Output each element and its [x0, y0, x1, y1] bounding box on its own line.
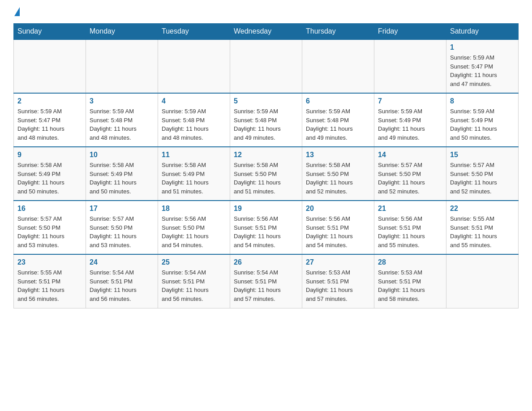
day-info: Sunrise: 5:57 AMSunset: 5:50 PMDaylight:… [450, 161, 515, 196]
calendar-cell: 18Sunrise: 5:56 AMSunset: 5:50 PMDayligh… [158, 201, 230, 254]
week-row-1: 1Sunrise: 5:59 AMSunset: 5:47 PMDaylight… [14, 39, 519, 93]
day-info: Sunrise: 5:59 AMSunset: 5:48 PMDaylight:… [162, 107, 226, 142]
week-row-3: 9Sunrise: 5:58 AMSunset: 5:49 PMDaylight… [14, 147, 519, 201]
calendar-cell: 16Sunrise: 5:57 AMSunset: 5:50 PMDayligh… [14, 201, 86, 254]
day-info: Sunrise: 5:59 AMSunset: 5:49 PMDaylight:… [378, 107, 442, 142]
day-info: Sunrise: 5:57 AMSunset: 5:50 PMDaylight:… [90, 214, 154, 249]
day-number: 27 [306, 258, 370, 266]
day-number: 7 [378, 97, 442, 105]
day-header-wednesday: Wednesday [230, 24, 302, 40]
day-number: 11 [162, 151, 226, 159]
calendar-cell: 26Sunrise: 5:54 AMSunset: 5:51 PMDayligh… [230, 254, 302, 308]
calendar-cell: 15Sunrise: 5:57 AMSunset: 5:50 PMDayligh… [446, 147, 519, 201]
calendar-cell [302, 39, 374, 93]
calendar-cell [86, 39, 158, 93]
day-header-monday: Monday [86, 24, 158, 40]
day-number: 20 [306, 205, 370, 213]
calendar-cell: 3Sunrise: 5:59 AMSunset: 5:48 PMDaylight… [86, 93, 158, 147]
calendar-cell: 24Sunrise: 5:54 AMSunset: 5:51 PMDayligh… [86, 254, 158, 308]
calendar-cell: 6Sunrise: 5:59 AMSunset: 5:48 PMDaylight… [302, 93, 374, 147]
calendar-cell: 10Sunrise: 5:58 AMSunset: 5:49 PMDayligh… [86, 147, 158, 201]
logo [13, 9, 21, 16]
day-number: 23 [17, 258, 82, 266]
calendar-cell: 21Sunrise: 5:56 AMSunset: 5:51 PMDayligh… [374, 201, 446, 254]
calendar-cell: 2Sunrise: 5:59 AMSunset: 5:47 PMDaylight… [14, 93, 86, 147]
day-info: Sunrise: 5:54 AMSunset: 5:51 PMDaylight:… [234, 268, 298, 303]
day-info: Sunrise: 5:54 AMSunset: 5:51 PMDaylight:… [90, 268, 154, 303]
day-info: Sunrise: 5:55 AMSunset: 5:51 PMDaylight:… [17, 268, 82, 303]
day-number: 16 [17, 205, 82, 213]
day-info: Sunrise: 5:53 AMSunset: 5:51 PMDaylight:… [306, 268, 370, 303]
calendar-cell: 28Sunrise: 5:53 AMSunset: 5:51 PMDayligh… [374, 254, 446, 308]
day-number: 25 [162, 258, 226, 266]
day-info: Sunrise: 5:58 AMSunset: 5:49 PMDaylight:… [162, 161, 226, 196]
day-info: Sunrise: 5:54 AMSunset: 5:51 PMDaylight:… [162, 268, 226, 303]
day-header-thursday: Thursday [302, 24, 374, 40]
day-number: 9 [17, 151, 82, 159]
day-info: Sunrise: 5:58 AMSunset: 5:50 PMDaylight:… [234, 161, 298, 196]
day-number: 1 [450, 43, 515, 51]
day-info: Sunrise: 5:58 AMSunset: 5:50 PMDaylight:… [306, 161, 370, 196]
day-info: Sunrise: 5:58 AMSunset: 5:49 PMDaylight:… [17, 161, 82, 196]
day-info: Sunrise: 5:57 AMSunset: 5:50 PMDaylight:… [378, 161, 442, 196]
day-number: 2 [17, 97, 82, 105]
day-number: 12 [234, 151, 298, 159]
calendar-cell: 27Sunrise: 5:53 AMSunset: 5:51 PMDayligh… [302, 254, 374, 308]
calendar-cell: 13Sunrise: 5:58 AMSunset: 5:50 PMDayligh… [302, 147, 374, 201]
day-number: 8 [450, 97, 515, 105]
day-header-sunday: Sunday [14, 24, 86, 40]
week-row-4: 16Sunrise: 5:57 AMSunset: 5:50 PMDayligh… [14, 201, 519, 254]
day-number: 3 [90, 97, 154, 105]
day-number: 5 [234, 97, 298, 105]
day-number: 4 [162, 97, 226, 105]
header-row: SundayMondayTuesdayWednesdayThursdayFrid… [14, 24, 519, 40]
day-number: 14 [378, 151, 442, 159]
day-number: 22 [450, 205, 515, 213]
calendar-cell [446, 254, 519, 308]
day-info: Sunrise: 5:56 AMSunset: 5:50 PMDaylight:… [162, 214, 226, 249]
day-info: Sunrise: 5:56 AMSunset: 5:51 PMDaylight:… [234, 214, 298, 249]
day-info: Sunrise: 5:59 AMSunset: 5:48 PMDaylight:… [90, 107, 154, 142]
day-header-saturday: Saturday [446, 24, 519, 40]
day-info: Sunrise: 5:59 AMSunset: 5:48 PMDaylight:… [234, 107, 298, 142]
day-number: 10 [90, 151, 154, 159]
calendar-cell: 20Sunrise: 5:56 AMSunset: 5:51 PMDayligh… [302, 201, 374, 254]
calendar-cell: 17Sunrise: 5:57 AMSunset: 5:50 PMDayligh… [86, 201, 158, 254]
calendar-cell: 4Sunrise: 5:59 AMSunset: 5:48 PMDaylight… [158, 93, 230, 147]
day-info: Sunrise: 5:53 AMSunset: 5:51 PMDaylight:… [378, 268, 442, 303]
day-info: Sunrise: 5:58 AMSunset: 5:49 PMDaylight:… [90, 161, 154, 196]
page-header [13, 9, 519, 16]
day-info: Sunrise: 5:55 AMSunset: 5:51 PMDaylight:… [450, 214, 515, 249]
calendar-cell [158, 39, 230, 93]
calendar-cell: 22Sunrise: 5:55 AMSunset: 5:51 PMDayligh… [446, 201, 519, 254]
logo-text [13, 9, 21, 18]
day-info: Sunrise: 5:59 AMSunset: 5:47 PMDaylight:… [17, 107, 82, 142]
day-number: 13 [306, 151, 370, 159]
calendar-cell: 19Sunrise: 5:56 AMSunset: 5:51 PMDayligh… [230, 201, 302, 254]
day-info: Sunrise: 5:56 AMSunset: 5:51 PMDaylight:… [378, 214, 442, 249]
calendar-cell: 1Sunrise: 5:59 AMSunset: 5:47 PMDaylight… [446, 39, 519, 93]
day-number: 21 [378, 205, 442, 213]
day-info: Sunrise: 5:59 AMSunset: 5:47 PMDaylight:… [450, 53, 515, 88]
calendar-cell [374, 39, 446, 93]
day-info: Sunrise: 5:59 AMSunset: 5:48 PMDaylight:… [306, 107, 370, 142]
calendar-cell: 8Sunrise: 5:59 AMSunset: 5:49 PMDaylight… [446, 93, 519, 147]
calendar-cell: 12Sunrise: 5:58 AMSunset: 5:50 PMDayligh… [230, 147, 302, 201]
day-info: Sunrise: 5:56 AMSunset: 5:51 PMDaylight:… [306, 214, 370, 249]
calendar-cell: 5Sunrise: 5:59 AMSunset: 5:48 PMDaylight… [230, 93, 302, 147]
logo-triangle-icon [14, 7, 20, 16]
week-row-5: 23Sunrise: 5:55 AMSunset: 5:51 PMDayligh… [14, 254, 519, 308]
day-number: 26 [234, 258, 298, 266]
calendar-cell [230, 39, 302, 93]
week-row-2: 2Sunrise: 5:59 AMSunset: 5:47 PMDaylight… [14, 93, 519, 147]
day-number: 18 [162, 205, 226, 213]
calendar-cell [14, 39, 86, 93]
calendar-table: SundayMondayTuesdayWednesdayThursdayFrid… [13, 23, 519, 308]
day-number: 28 [378, 258, 442, 266]
day-number: 17 [90, 205, 154, 213]
day-info: Sunrise: 5:59 AMSunset: 5:49 PMDaylight:… [450, 107, 515, 142]
calendar-cell: 14Sunrise: 5:57 AMSunset: 5:50 PMDayligh… [374, 147, 446, 201]
day-number: 19 [234, 205, 298, 213]
day-info: Sunrise: 5:57 AMSunset: 5:50 PMDaylight:… [17, 214, 82, 249]
calendar-cell: 7Sunrise: 5:59 AMSunset: 5:49 PMDaylight… [374, 93, 446, 147]
